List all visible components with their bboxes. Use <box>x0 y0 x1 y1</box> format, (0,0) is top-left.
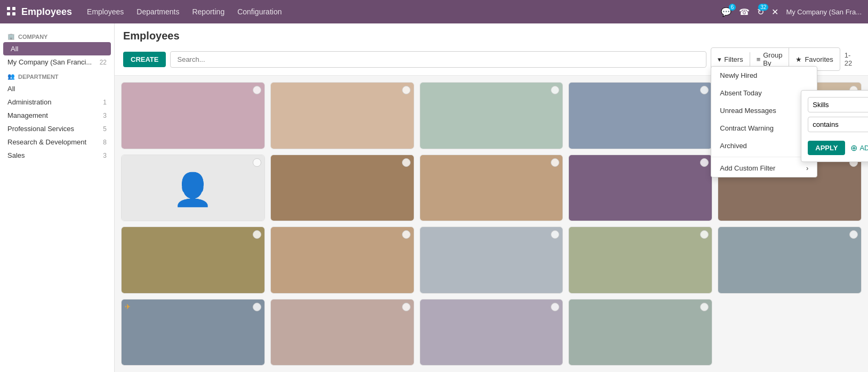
sidebar-item-my-company[interactable]: My Company (San Franci... 22 <box>0 55 114 69</box>
main-content: Employees CREATE ▾ Filters ≡ <box>115 23 868 372</box>
toolbar: CREATE ▾ Filters ≡ Group By <box>123 47 859 71</box>
groupby-icon: ≡ <box>757 55 761 63</box>
main-layout: 🏢 COMPANY All My Company (San Franci... … <box>0 23 868 372</box>
search-input[interactable] <box>170 51 706 68</box>
employee-card[interactable]: ..son Consultant ...h25@example.com <box>420 82 564 149</box>
employee-photo <box>420 83 563 149</box>
employee-card[interactable]: 👤 EMP 1 +1 (650) 555-0111 <box>121 155 265 222</box>
employee-photo: 👤 <box>122 155 264 222</box>
filter-newly-hired[interactable]: Newly Hired <box>711 67 817 84</box>
away-icon: ✈ <box>125 303 131 311</box>
select-checkbox[interactable] <box>253 86 261 94</box>
select-checkbox[interactable] <box>253 230 261 239</box>
select-checkbox[interactable] <box>551 303 559 311</box>
employee-card[interactable]: ✈ Ronnie Hart Chief Technical Officer Tr… <box>121 299 265 366</box>
employee-card[interactable]: Jeffrey Kelly Marketing and Community Em… <box>568 155 712 222</box>
sidebar-item-administration[interactable]: Administration 1 <box>0 95 114 109</box>
filters-dropdown: Newly Hired Absent Today Unread Messages… <box>711 66 817 177</box>
sidebar-item-company-all[interactable]: All <box>3 42 111 55</box>
apply-filter-button[interactable]: APPLY <box>808 141 845 155</box>
record-count: 1-22 <box>845 51 859 67</box>
select-checkbox[interactable] <box>253 303 261 311</box>
menu-employees[interactable]: Employees <box>87 7 124 16</box>
phone-icon-btn[interactable]: ☎ <box>739 7 750 17</box>
menu-reporting[interactable]: Reporting <box>192 7 224 16</box>
content-header: Employees CREATE ▾ Filters ≡ <box>115 23 868 76</box>
employee-card[interactable]: Abigail Peterson Consultant abigail.pete… <box>121 82 265 149</box>
employee-photo <box>271 155 414 222</box>
employee-card[interactable]: Walter Horton <box>568 299 712 366</box>
employee-card[interactable]: ...(partial) Experienced Developer Emplo… <box>420 227 564 294</box>
star-icon: ★ <box>795 55 802 63</box>
filters-button[interactable]: ▾ Filters <box>711 52 750 67</box>
add-condition-button[interactable]: ⊕ ADD A CONDITION <box>850 143 868 153</box>
svg-rect-0 <box>7 7 10 10</box>
employee-card[interactable]: Marc Demo Experienced Developer Employee… <box>121 227 265 294</box>
close-icon-btn[interactable]: ✕ <box>771 7 778 17</box>
employee-photo <box>718 227 861 294</box>
employee-card[interactable]: Randall Lewis Experienced Developer Empl… <box>568 227 712 294</box>
employee-photo <box>569 155 712 222</box>
employee-card[interactable]: Roger Scott +3282823500 <box>718 227 862 294</box>
plus-icon: ⊕ <box>850 143 857 153</box>
sidebar-item-professional-services[interactable]: Professional Services 5 <box>0 122 114 135</box>
sidebar-item-management[interactable]: Management 3 <box>0 109 114 122</box>
create-button[interactable]: CREATE <box>123 52 166 67</box>
menu-departments[interactable]: Departments <box>136 7 179 16</box>
favorites-label: Favorites <box>805 55 833 63</box>
employee-photo <box>271 300 414 366</box>
select-checkbox[interactable] <box>402 158 411 167</box>
employee-card[interactable]: Eli Lambert Marketing and Community Mana… <box>270 155 414 222</box>
page-title: Employees <box>123 30 859 42</box>
company-section-header: 🏢 COMPANY <box>0 29 114 42</box>
top-menu: Employees Departments Reporting Configur… <box>87 7 721 16</box>
select-checkbox[interactable] <box>402 303 411 311</box>
employee-card[interactable]: ...erson <box>420 155 564 222</box>
groupby-label: Group By <box>763 51 782 67</box>
menu-configuration[interactable]: Configuration <box>237 7 282 16</box>
filter-funnel-icon: ▾ <box>718 55 721 63</box>
employee-photo <box>122 227 264 294</box>
chat-badge: 6 <box>729 4 736 11</box>
sidebar-item-dept-all[interactable]: All <box>0 82 114 95</box>
filter-add-custom[interactable]: Add Custom Filter › <box>711 159 817 177</box>
select-checkbox[interactable] <box>700 158 709 167</box>
sidebar-item-research-development[interactable]: Research & Development 8 <box>0 135 114 149</box>
custom-filter-panel: Skills Name Department Job Position Emai… <box>801 90 868 162</box>
topnav-right: 💬6 ☎ ↻32 ✕ My Company (San Fra... <box>721 7 862 17</box>
employee-photo <box>569 227 712 294</box>
top-navigation: Employees Employees Departments Reportin… <box>0 0 868 23</box>
refresh-icon-btn[interactable]: ↻32 <box>757 7 764 17</box>
employee-card[interactable]: Mitchell Adm... Chief Executive Officer … <box>270 227 414 294</box>
custom-filter-actions: APPLY ⊕ ADD A CONDITION <box>808 141 868 155</box>
grid-icon[interactable] <box>6 6 16 18</box>
select-checkbox[interactable] <box>700 303 709 311</box>
select-checkbox[interactable] <box>849 230 858 239</box>
chat-icon-btn[interactable]: 💬6 <box>721 7 732 17</box>
employee-photo <box>122 83 264 149</box>
employee-photo <box>271 227 414 294</box>
refresh-badge: 32 <box>758 4 768 11</box>
employee-card[interactable]: Anita Oliver Experienced Developer Emplo… <box>270 82 414 149</box>
favorites-button[interactable]: ★ Favorites <box>789 52 839 67</box>
sidebar-item-sales[interactable]: Sales 3 <box>0 149 114 162</box>
app-logo[interactable]: Employees <box>21 6 72 18</box>
select-checkbox[interactable] <box>551 158 559 167</box>
employee-card[interactable]: Toni Jimenez <box>420 299 564 366</box>
employee-photo <box>569 300 712 366</box>
svg-rect-2 <box>7 12 10 15</box>
employee-photo <box>420 155 563 222</box>
select-checkbox[interactable] <box>402 230 411 239</box>
dept-section-header: 👥 DEPARTMENT <box>0 69 114 82</box>
custom-filter-condition-select[interactable]: contains does not contain = != <box>808 117 868 132</box>
filters-label: Filters <box>724 55 743 63</box>
select-checkbox[interactable] <box>253 158 261 167</box>
employee-card[interactable]: Beth Evans Experienced Developer beth.ev… <box>568 82 712 149</box>
filter-bar-wrapper: ▾ Filters ≡ Group By ★ Favorites <box>711 47 840 71</box>
employee-card[interactable]: Sharlene Rhodes Experienced Developer Em… <box>270 299 414 366</box>
chevron-right-icon: › <box>806 164 808 172</box>
select-checkbox[interactable] <box>402 86 411 94</box>
employee-photo <box>420 227 563 294</box>
employee-photo <box>420 300 563 366</box>
custom-filter-field-select[interactable]: Skills Name Department Job Position Emai… <box>808 97 868 112</box>
